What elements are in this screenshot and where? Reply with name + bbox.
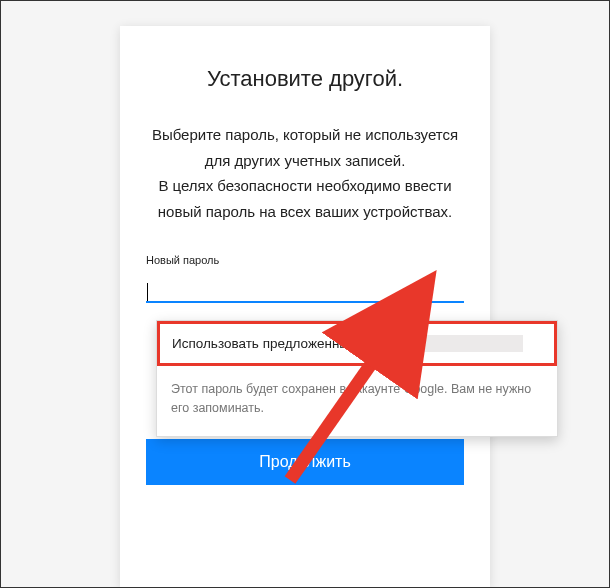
suggestion-note: Этот пароль будет сохранен в аккаунте Go… — [157, 366, 557, 436]
page-title: Установите другой. — [146, 66, 464, 92]
page-description: Выберите пароль, который не используется… — [146, 122, 464, 224]
desc-line-1: Выберите пароль, который не используется… — [152, 126, 458, 220]
password-suggestion-popup: Использовать предложенный пароль Этот па… — [156, 320, 558, 437]
use-suggested-password-label: Использовать предложенный пароль — [172, 336, 405, 351]
password-reset-card: Установите другой. Выберите пароль, кото… — [120, 26, 490, 587]
continue-button[interactable]: Продолжить — [146, 439, 464, 485]
use-suggested-password-option[interactable]: Использовать предложенный пароль — [157, 321, 557, 366]
new-password-input[interactable] — [146, 274, 464, 303]
new-password-label: Новый пароль — [146, 254, 464, 266]
text-caret — [147, 283, 148, 301]
suggested-password-value-blurred — [415, 335, 523, 352]
